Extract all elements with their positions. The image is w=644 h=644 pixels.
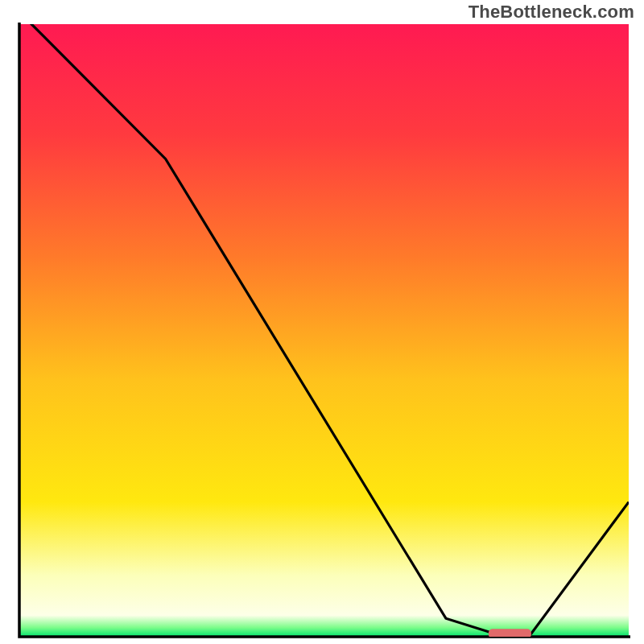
bottleneck-chart bbox=[0, 0, 644, 644]
gradient-background bbox=[19, 24, 629, 637]
watermark-text: TheBottleneck.com bbox=[469, 2, 634, 23]
chart-container: TheBottleneck.com bbox=[0, 0, 644, 644]
